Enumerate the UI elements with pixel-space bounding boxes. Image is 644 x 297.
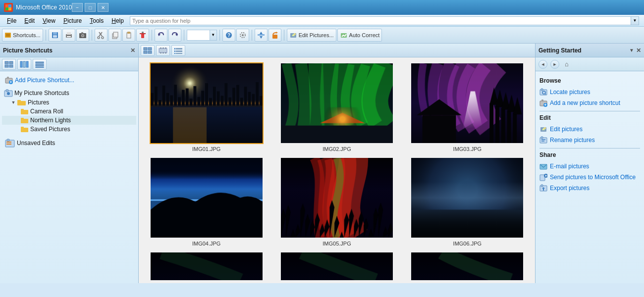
- list-view-button[interactable]: [33, 59, 47, 70]
- saved-pictures-folder-icon: [21, 126, 29, 133]
- expand-arrow-pictures[interactable]: ▼: [11, 100, 16, 105]
- adjust-icon: [257, 31, 265, 39]
- content-area[interactable]: IMG01.JPG IMG02.JPG IMG03.JPG: [139, 44, 535, 283]
- redo-button[interactable]: [168, 29, 181, 42]
- email-pictures-link[interactable]: E-mail pictures: [539, 161, 640, 171]
- tree-my-picture-shortcuts[interactable]: My Picture Shortcuts: [2, 88, 136, 98]
- svg-rect-47: [23, 61, 25, 67]
- cut-button[interactable]: [95, 29, 107, 42]
- photo-item-4[interactable]: IMG04.JPG: [144, 157, 269, 247]
- auto-correct-button[interactable]: Auto Correct: [337, 29, 382, 42]
- svg-rect-26: [142, 32, 144, 33]
- email-pictures-icon: [539, 162, 547, 170]
- right-panel-close-button[interactable]: ✕: [636, 47, 641, 54]
- export-pictures-link[interactable]: Export pictures: [539, 183, 640, 193]
- right-panel: Getting Started ▼ ✕ ◄ ► ⌂ Browse Locate …: [535, 44, 644, 283]
- share-section-title: Share: [539, 151, 640, 158]
- photo-thumb-4[interactable]: [150, 157, 264, 239]
- camera-button[interactable]: [76, 29, 89, 42]
- right-panel-menu-arrow[interactable]: ▼: [629, 48, 634, 53]
- photo-item-8[interactable]: [274, 251, 399, 281]
- nav-forward-button[interactable]: ►: [550, 60, 559, 69]
- photo-thumb-9[interactable]: [410, 251, 524, 281]
- svg-rect-45: [9, 65, 13, 67]
- locate-pictures-link[interactable]: Locate pictures: [539, 87, 640, 97]
- edit-pictures-link[interactable]: Edit pictures: [539, 124, 640, 134]
- copy-button[interactable]: [108, 29, 121, 42]
- help-button[interactable]: ?: [222, 29, 235, 42]
- zoom-input[interactable]: 100%: [187, 30, 210, 40]
- cut-icon: [97, 31, 105, 39]
- content-list-button[interactable]: [171, 45, 185, 56]
- menu-help[interactable]: Help: [107, 16, 128, 25]
- tree-northern-lights[interactable]: Northern Lights: [2, 116, 136, 125]
- photo-item-1[interactable]: IMG01.JPG: [144, 62, 269, 152]
- photo-thumb-2[interactable]: [280, 62, 394, 144]
- zoom-control[interactable]: 100% ▼: [187, 30, 217, 41]
- shortcuts-button[interactable]: Shortcuts...: [2, 29, 43, 42]
- photo-thumb-1[interactable]: [150, 62, 264, 144]
- edit-pictures-icon: [289, 31, 297, 39]
- print-button[interactable]: [62, 29, 75, 42]
- thumbnail-view-button[interactable]: [2, 59, 16, 70]
- photo-item-3[interactable]: IMG03.JPG: [405, 62, 530, 152]
- help-bar: ▼: [128, 16, 641, 25]
- menu-file[interactable]: File: [3, 16, 20, 25]
- pictures-folder-icon: [17, 99, 26, 106]
- photo-thumb-8[interactable]: [280, 251, 394, 281]
- svg-point-18: [98, 37, 100, 39]
- add-shortcut-button[interactable]: + Add Picture Shortcut...: [2, 74, 136, 86]
- svg-rect-23: [127, 32, 130, 34]
- menu-picture[interactable]: Picture: [59, 16, 86, 25]
- svg-rect-1: [8, 4, 11, 7]
- my-shortcuts-icon: [4, 89, 13, 97]
- settings-button[interactable]: [236, 29, 249, 42]
- grid-view-button[interactable]: [141, 45, 155, 56]
- tree-saved-pictures[interactable]: Saved Pictures: [2, 125, 136, 134]
- tree-pictures-folder[interactable]: ▼ Pictures: [2, 98, 136, 107]
- undo-button[interactable]: [155, 29, 167, 42]
- photo-thumb-6[interactable]: [410, 157, 524, 239]
- close-button[interactable]: ✕: [98, 3, 108, 12]
- panel-header: Picture Shortcuts ✕: [0, 44, 138, 57]
- photo-item-2[interactable]: IMG02.JPG: [274, 62, 399, 152]
- zoom-dropdown-arrow[interactable]: ▼: [210, 30, 216, 40]
- nav-home-button[interactable]: ⌂: [562, 60, 571, 69]
- photo-item-5[interactable]: IMG05.JPG: [274, 157, 399, 247]
- add-picture-shortcut-link[interactable]: + Add a new picture shortcut: [539, 98, 640, 108]
- paste-button[interactable]: [122, 29, 135, 42]
- svg-marker-34: [260, 32, 263, 34]
- svg-rect-10: [67, 32, 71, 35]
- help-search-arrow[interactable]: ▼: [631, 16, 639, 25]
- camera-roll-folder-icon: [21, 108, 29, 115]
- filmstrip-view-button[interactable]: [17, 59, 31, 70]
- tree-unsaved-edits[interactable]: Unsaved Edits: [2, 137, 136, 149]
- photo-item-7[interactable]: [144, 251, 269, 281]
- minimize-button[interactable]: −: [72, 3, 83, 12]
- tree-camera-roll[interactable]: Camera Roll: [2, 107, 136, 116]
- photo-thumb-3[interactable]: [410, 62, 524, 144]
- send-to-office-link[interactable]: Send pictures to Microsoft Office: [539, 172, 640, 182]
- delete-button[interactable]: [136, 29, 149, 42]
- photo-thumb-5[interactable]: [280, 157, 394, 239]
- menu-tools[interactable]: Tools: [86, 16, 107, 25]
- help-search-input[interactable]: [130, 16, 631, 25]
- maximize-button[interactable]: □: [85, 3, 96, 12]
- menu-edit[interactable]: Edit: [20, 16, 39, 25]
- panel-close-button[interactable]: ✕: [130, 47, 135, 54]
- photo-thumb-7[interactable]: [150, 251, 264, 281]
- rename-pictures-link[interactable]: Rename pictures: [539, 135, 640, 145]
- edit-pictures-button[interactable]: Edit Pictures...: [287, 29, 336, 42]
- photo-item-6[interactable]: IMG06.JPG: [405, 157, 530, 247]
- svg-point-40: [294, 33, 296, 35]
- menu-view[interactable]: View: [39, 16, 59, 25]
- photo-item-9[interactable]: [405, 251, 530, 281]
- edit-share-divider: [539, 148, 640, 148]
- adjust-button[interactable]: [255, 29, 268, 42]
- rotate-button[interactable]: [268, 29, 281, 42]
- svg-rect-51: [36, 67, 44, 68]
- photo-label-6: IMG06.JPG: [453, 241, 482, 247]
- content-filmstrip-button[interactable]: [156, 45, 170, 56]
- save-button[interactable]: [49, 29, 61, 42]
- nav-back-button[interactable]: ◄: [538, 60, 547, 69]
